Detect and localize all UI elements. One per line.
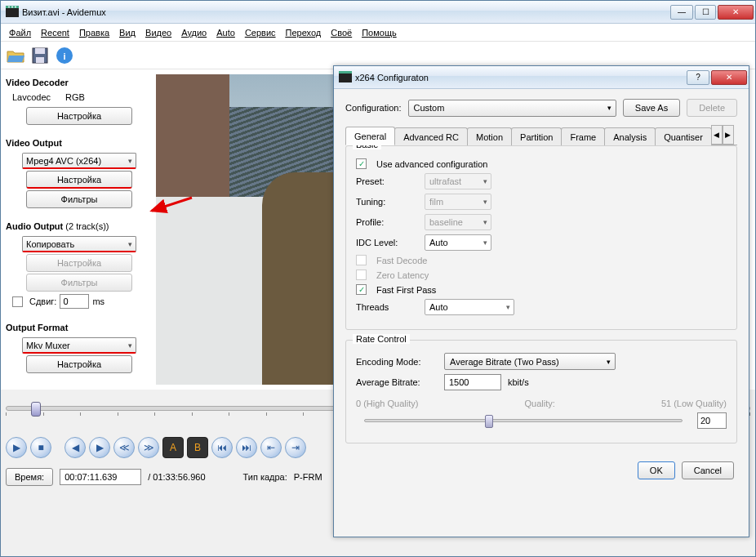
time-label-button[interactable]: Время: xyxy=(6,468,53,486)
audio-filters-button: Фильтры xyxy=(26,274,132,292)
svg-point-3 xyxy=(11,6,13,7)
tab-advanced-rc[interactable]: Advanced RC xyxy=(394,127,468,145)
adv-checkbox[interactable]: ✓ xyxy=(356,158,367,169)
tuning-combo: film xyxy=(425,194,491,210)
tab-frame[interactable]: Frame xyxy=(561,127,605,145)
video-config-button[interactable]: Настройка xyxy=(26,171,132,189)
muxer-combo[interactable]: Mkv Muxer xyxy=(22,337,136,354)
next-key-button[interactable]: ≫ xyxy=(138,437,159,458)
muxer-config-button[interactable]: Настройка xyxy=(26,355,132,373)
audio-output-heading: Audio Output (2 track(s)) xyxy=(6,221,153,231)
tuning-label: Tuning: xyxy=(356,197,418,207)
cancel-button[interactable]: Cancel xyxy=(682,461,734,479)
mark-a-button[interactable]: A xyxy=(162,437,184,458)
menu-tools[interactable]: Сервис xyxy=(240,26,281,39)
close-button[interactable]: ✕ xyxy=(718,5,754,20)
idc-combo[interactable]: Auto xyxy=(425,234,491,251)
video-decoder-heading: Video Decoder xyxy=(6,78,153,87)
mark-b-button[interactable]: B xyxy=(187,437,208,458)
side-panel: Video Decoder Lavcodec RGB Настройка Vid… xyxy=(6,74,153,385)
tab-scroll-left[interactable]: ◀ xyxy=(711,125,723,145)
dialog-close-button[interactable]: ✕ xyxy=(711,70,747,85)
audio-codec-combo[interactable]: Копировать xyxy=(22,236,136,252)
goto-b-button[interactable]: ⇥ xyxy=(285,437,306,458)
quality-left-label: 0 (High Quality) xyxy=(356,399,418,408)
menu-custom[interactable]: Своё xyxy=(326,26,357,39)
prev-key-button[interactable]: ≪ xyxy=(113,437,135,458)
info-icon[interactable]: i xyxy=(55,46,74,65)
menu-help[interactable]: Помощь xyxy=(357,26,402,39)
shift-input[interactable]: 0 xyxy=(60,294,89,309)
svg-point-2 xyxy=(8,6,10,7)
tab-general[interactable]: General xyxy=(345,127,395,145)
delete-button: Delete xyxy=(687,99,737,117)
rc-title: Rate Control xyxy=(353,334,410,344)
encmode-combo[interactable]: Average Bitrate (Two Pass) xyxy=(444,353,616,370)
tab-body-general: Basic ✓Use advanced configuration Preset… xyxy=(345,145,737,453)
frametype-value: P-FRM xyxy=(294,472,322,482)
stop-button[interactable]: ■ xyxy=(30,437,51,458)
goto-a-button[interactable]: ⇤ xyxy=(260,437,282,458)
dialog-titlebar[interactable]: x264 Configuraton ? ✕ xyxy=(334,66,749,89)
duration-text: / 01:33:56.960 xyxy=(148,472,205,482)
shift-unit: ms xyxy=(92,296,105,306)
menu-file[interactable]: Файл xyxy=(4,26,36,39)
next-frame-button[interactable]: ▶ xyxy=(89,437,110,458)
time-input[interactable]: 00:07:11.639 xyxy=(60,469,141,485)
video-codec-combo[interactable]: Mpeg4 AVC (x264) xyxy=(22,153,136,169)
svg-rect-7 xyxy=(36,57,44,63)
config-combo[interactable]: Custom xyxy=(408,100,616,117)
tab-partition[interactable]: Partition xyxy=(511,127,562,145)
adv-label: Use advanced configuration xyxy=(376,159,487,169)
quality-slider xyxy=(364,419,683,422)
menu-audio[interactable]: Аудио xyxy=(176,26,211,39)
config-label: Configuration: xyxy=(345,103,402,113)
ffp-label: Fast First Pass xyxy=(376,285,436,295)
tab-motion[interactable]: Motion xyxy=(467,127,512,145)
open-icon[interactable] xyxy=(6,46,25,65)
preset-label: Preset: xyxy=(356,176,418,186)
svg-rect-0 xyxy=(6,8,19,17)
minimize-button[interactable]: — xyxy=(670,5,693,20)
menu-view[interactable]: Вид xyxy=(114,26,140,39)
decoder-config-button[interactable]: Настройка xyxy=(26,107,132,125)
encmode-label: Encoding Mode: xyxy=(356,357,438,367)
maximize-button[interactable]: ☐ xyxy=(695,5,716,20)
dialog-help-button[interactable]: ? xyxy=(687,70,709,85)
dialog-icon xyxy=(339,71,352,84)
tab-quantiser[interactable]: Quantiser xyxy=(655,127,712,145)
ok-button[interactable]: OK xyxy=(638,461,675,479)
saveas-button[interactable]: Save As xyxy=(623,99,680,117)
tab-scroll-right[interactable]: ▶ xyxy=(723,125,734,145)
save-icon[interactable] xyxy=(30,46,50,65)
goto-start-button[interactable]: ⏮ xyxy=(211,437,233,458)
tab-analysis[interactable]: Analysis xyxy=(604,127,656,145)
menu-bar[interactable]: Файл Recent Правка Вид Видео Аудио Auto … xyxy=(1,24,755,42)
profile-label: Profile: xyxy=(356,217,418,227)
threads-label: Threads xyxy=(356,302,418,312)
svg-rect-11 xyxy=(339,74,352,82)
bitrate-input[interactable]: 1500 xyxy=(444,374,501,390)
svg-rect-6 xyxy=(35,48,45,54)
main-titlebar[interactable]: Визит.avi - Avidemux — ☐ ✕ xyxy=(1,1,755,24)
rate-control-group: Rate Control Encoding Mode:Average Bitra… xyxy=(345,340,737,443)
video-filters-button[interactable]: Фильтры xyxy=(26,190,132,208)
shift-checkbox[interactable] xyxy=(12,296,23,307)
profile-combo: baseline xyxy=(425,214,491,230)
menu-recent[interactable]: Recent xyxy=(36,26,74,39)
menu-edit[interactable]: Правка xyxy=(74,26,114,39)
menu-auto[interactable]: Auto xyxy=(211,26,240,39)
frametype-label: Тип кадра: xyxy=(243,472,287,482)
main-title: Визит.avi - Avidemux xyxy=(22,7,670,17)
goto-end-button[interactable]: ⏭ xyxy=(236,437,257,458)
threads-combo[interactable]: Auto xyxy=(425,299,514,315)
play-button[interactable]: ▶ xyxy=(6,437,27,458)
video-preview xyxy=(156,74,336,385)
menu-go[interactable]: Переход xyxy=(281,26,327,39)
ffp-checkbox[interactable]: ✓ xyxy=(356,284,367,295)
menu-video[interactable]: Видео xyxy=(140,26,176,39)
timeline-thumb[interactable] xyxy=(31,402,41,417)
prev-frame-button[interactable]: ◀ xyxy=(64,437,86,458)
basic-group: Basic ✓Use advanced configuration Preset… xyxy=(345,145,737,330)
fastdecode-label: Fast Decode xyxy=(376,256,427,265)
